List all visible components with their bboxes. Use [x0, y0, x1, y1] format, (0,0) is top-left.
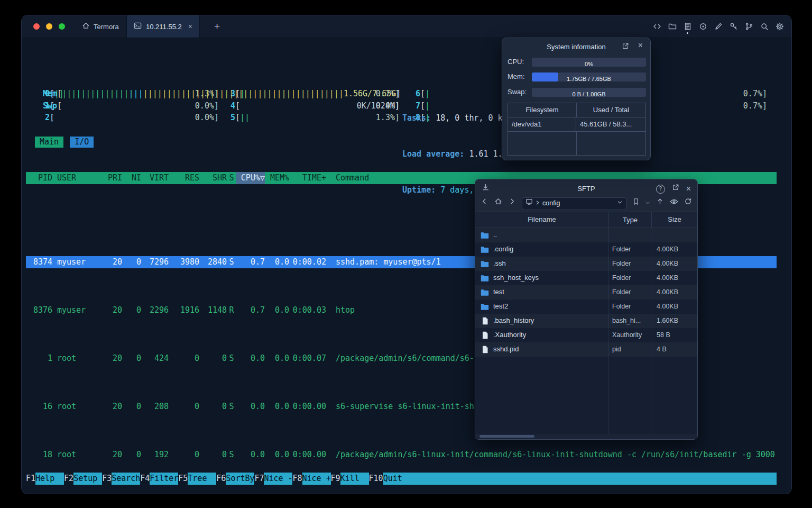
res-cell: 0 [169, 401, 199, 413]
file-row[interactable]: sshd.pid pid 4 B [475, 342, 697, 357]
fn-key-button[interactable]: Help [35, 473, 64, 485]
search-icon[interactable] [760, 22, 769, 31]
fn-key-button[interactable]: Setup [73, 473, 102, 485]
minimize-window-button[interactable] [46, 23, 52, 30]
file-name-cell: .bash_history [475, 315, 608, 327]
fn-key: F3 [102, 473, 112, 485]
fn-key-button[interactable]: SortBy [226, 473, 254, 485]
pid-cell: 1 [26, 352, 52, 365]
col-user[interactable]: USER [52, 172, 104, 184]
user-cell: root [52, 449, 104, 461]
tab-ssh-session[interactable]: 10.211.55.2 × [126, 15, 200, 38]
mem-cell: 0.0 [265, 304, 289, 316]
fn-key-button[interactable]: Search [112, 473, 140, 485]
pid-cell: 8374 [26, 256, 52, 268]
file-name: .Xauthority [493, 329, 526, 341]
file-row[interactable]: .ssh Folder 4.00KB [475, 257, 697, 271]
col-type[interactable]: Type [608, 212, 652, 228]
terminal-screen[interactable]: 0[||1.3%]1[0.0%]2[0.0%] 3[|0.7%]4[0.0%]5… [22, 38, 791, 494]
file-table-header[interactable]: Filename Type Size [475, 212, 697, 228]
fn-key-button[interactable]: Quit [383, 473, 412, 485]
bookmark-chevron-down-icon[interactable] [645, 197, 650, 210]
refresh-icon[interactable] [684, 197, 692, 210]
sftp-header[interactable]: SFTP ? × [475, 179, 697, 195]
bookmark-icon[interactable] [632, 197, 640, 210]
folder-icon[interactable] [668, 22, 677, 31]
process-row[interactable]: 18 root 20 0 192 0 0 S 0.0 0.0 0:00.00 /… [26, 449, 777, 461]
record-icon[interactable] [699, 22, 707, 31]
time-cell: 0:00.03 [289, 304, 326, 316]
file-row[interactable]: test Folder 4.00KB [475, 285, 697, 300]
close-window-button[interactable] [33, 23, 40, 30]
file-list-icon[interactable] [684, 22, 692, 31]
tab-termora-home[interactable]: Termora [72, 15, 128, 38]
col-pri[interactable]: PRI [104, 172, 122, 184]
help-icon[interactable]: ? [656, 185, 665, 194]
col-res[interactable]: RES [169, 172, 199, 184]
git-branch-icon[interactable] [745, 22, 753, 31]
col-size[interactable]: Size [652, 214, 697, 226]
show-hidden-eye-icon[interactable] [670, 197, 678, 210]
file-list: .. .config Folder 4.00KB [475, 228, 697, 434]
fn-key-button[interactable]: Tree [188, 473, 216, 485]
col-cpu-sorted[interactable]: CPU%▽ [236, 172, 265, 184]
col-shr[interactable]: SHR [199, 172, 227, 184]
file-row[interactable]: .Xauthority Xauthority 58 B [475, 328, 697, 342]
path-breadcrumb-field[interactable]: config [522, 197, 626, 210]
back-icon[interactable] [481, 197, 488, 210]
fn-key-button[interactable]: Kill [340, 473, 369, 485]
home-tab-label: Termora [94, 23, 119, 31]
col-virt[interactable]: VIRT [141, 172, 169, 184]
memory-progress-bar: 1.75GB / 7.65GB [532, 72, 646, 81]
zoom-window-button[interactable] [59, 23, 65, 30]
shr-cell: 2840 [199, 256, 227, 268]
mem-cell: 0.0 [265, 449, 289, 461]
horizontal-scrollbar[interactable] [475, 434, 697, 439]
edit-icon[interactable] [714, 22, 723, 31]
close-sysinfo-icon[interactable]: × [638, 41, 643, 50]
chevron-right-icon [535, 197, 540, 210]
settings-gear-icon[interactable] [776, 22, 784, 31]
file-row[interactable]: .config Folder 4.00KB [475, 242, 697, 257]
htop-tab[interactable]: Main [35, 137, 63, 148]
parent-directory-icon[interactable] [656, 197, 664, 210]
htop-tab[interactable]: I/O [70, 137, 94, 148]
fn-bar-fill [412, 473, 777, 485]
shr-cell: 1148 [199, 304, 227, 316]
mem-cell: 0.0 [265, 352, 289, 365]
file-row[interactable]: test2 Folder 4.00KB [475, 300, 697, 314]
col-state[interactable]: S [227, 172, 236, 184]
key-icon[interactable] [730, 22, 738, 31]
filesystem-name: /dev/vda1 [508, 117, 576, 131]
shr-cell: 0 [199, 352, 227, 365]
breadcrumb-segment[interactable]: config [542, 197, 560, 210]
col-ni[interactable]: NI [122, 172, 141, 184]
code-icon[interactable] [653, 22, 661, 31]
chevron-down-icon[interactable] [617, 197, 623, 210]
col-filename[interactable]: Filename [475, 214, 608, 226]
sysinfo-header[interactable]: System information × [502, 38, 650, 53]
close-tab-icon[interactable]: × [188, 22, 192, 31]
fn-key-button[interactable]: Filter [150, 473, 178, 485]
mem-cell: 0.0 [265, 401, 289, 413]
close-sftp-icon[interactable]: × [686, 185, 691, 193]
fn-key: F1 [26, 473, 35, 485]
forward-icon[interactable] [508, 197, 516, 210]
col-mem[interactable]: MEM% [265, 172, 289, 184]
filesystem-row[interactable]: /dev/vda1 45.61GB / 58.3... [508, 117, 645, 132]
open-in-window-icon[interactable] [672, 183, 679, 195]
home-icon[interactable] [494, 197, 502, 210]
fn-key-button[interactable]: Nice + [302, 473, 331, 485]
col-time[interactable]: TIME+ [289, 172, 326, 184]
file-row[interactable]: .. [475, 228, 697, 242]
open-in-window-icon[interactable] [622, 42, 629, 54]
state-cell: S [227, 256, 236, 268]
pid-cell: 18 [26, 449, 52, 461]
col-pid[interactable]: PID [26, 172, 52, 184]
file-row[interactable]: ssh_host_keys Folder 4.00KB [475, 271, 697, 285]
new-tab-button[interactable]: + [210, 15, 224, 38]
fn-key-button[interactable]: Nice - [264, 473, 292, 485]
file-row[interactable]: .bash_history bash_hi... 1.60KB [475, 314, 697, 328]
swap-progress-bar: 0 B / 1.00GB [532, 88, 646, 97]
scrollbar-thumb[interactable] [479, 435, 534, 438]
